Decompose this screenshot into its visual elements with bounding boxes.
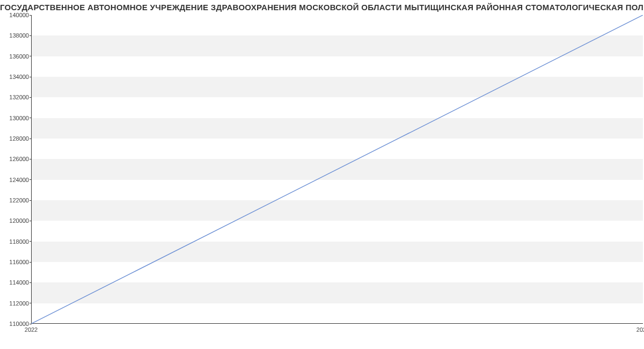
y-tick-label: 136000: [2, 53, 29, 60]
plot-wrapper: 1100001120001140001160001180001200001220…: [0, 15, 644, 348]
grid-band: [32, 118, 643, 139]
y-tick-mark: [30, 179, 32, 180]
y-tick-mark: [30, 324, 32, 324]
y-tick-mark: [30, 77, 32, 77]
y-tick-mark: [30, 241, 32, 242]
y-tick-label: 114000: [2, 279, 29, 286]
y-tick-mark: [30, 118, 32, 118]
y-tick-label: 126000: [2, 156, 29, 162]
y-tick-mark: [30, 262, 32, 263]
chart-title: ГОСУДАРСТВЕННОЕ АВТОНОМНОЕ УЧРЕЖДЕНИЕ ЗД…: [0, 3, 644, 12]
grid-band: [32, 77, 643, 97]
grid-band: [32, 282, 643, 303]
y-tick-label: 112000: [2, 300, 29, 307]
y-tick-label: 134000: [2, 74, 29, 80]
y-tick-label: 132000: [2, 94, 29, 100]
y-tick-label: 140000: [2, 12, 29, 18]
y-tick-label: 124000: [2, 177, 29, 183]
y-tick-mark: [30, 221, 32, 221]
y-tick-label: 118000: [2, 238, 29, 245]
y-tick-label: 120000: [2, 217, 29, 224]
grid-band: [32, 35, 643, 56]
y-tick-mark: [30, 200, 32, 201]
y-tick-label: 138000: [2, 32, 29, 39]
y-tick-label: 128000: [2, 135, 29, 142]
y-tick-mark: [30, 139, 32, 139]
x-tick-label: 2024: [636, 326, 644, 333]
y-tick-label: 122000: [2, 197, 29, 203]
grid-band: [32, 242, 643, 262]
y-tick-mark: [30, 282, 32, 283]
y-tick-mark: [30, 56, 32, 56]
y-tick-mark: [30, 303, 32, 303]
y-tick-mark: [30, 15, 32, 16]
y-tick-label: 116000: [2, 259, 29, 265]
grid-band: [32, 200, 643, 221]
y-tick-mark: [30, 159, 32, 159]
grid-band: [32, 159, 643, 179]
x-tick-label: 2022: [25, 326, 38, 333]
plot-area: [31, 15, 643, 324]
y-tick-mark: [30, 97, 32, 98]
y-tick-mark: [30, 35, 32, 36]
y-tick-label: 130000: [2, 115, 29, 121]
